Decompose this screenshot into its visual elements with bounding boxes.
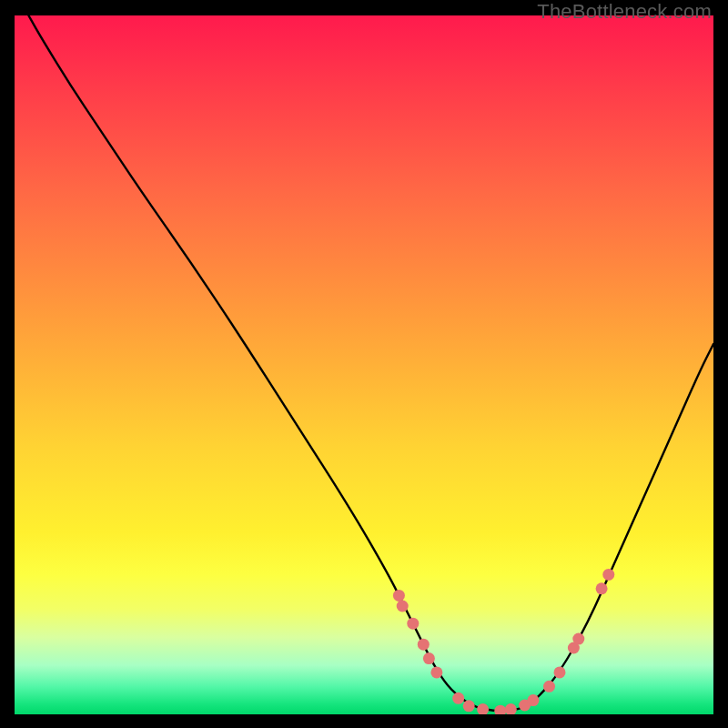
bottleneck-chart bbox=[15, 15, 713, 714]
data-point-p9 bbox=[477, 703, 489, 714]
data-point-p7 bbox=[452, 693, 464, 704]
data-point-p17 bbox=[572, 633, 584, 645]
data-point-p13 bbox=[527, 694, 539, 706]
data-point-p1 bbox=[393, 590, 405, 602]
bottleneck-curve-line bbox=[28, 15, 713, 711]
data-point-p2 bbox=[397, 601, 409, 612]
data-point-p4 bbox=[418, 639, 430, 651]
data-point-p19 bbox=[602, 569, 614, 581]
data-point-p18 bbox=[596, 582, 608, 594]
data-point-p8 bbox=[463, 700, 475, 712]
data-point-p11 bbox=[505, 703, 517, 714]
data-points-group bbox=[393, 569, 614, 714]
data-point-p6 bbox=[430, 666, 442, 678]
data-point-p5 bbox=[423, 652, 435, 664]
data-point-p10 bbox=[494, 705, 506, 714]
data-point-p3 bbox=[407, 618, 419, 630]
data-point-p15 bbox=[554, 666, 566, 678]
data-point-p14 bbox=[543, 681, 555, 693]
watermark-text: TheBottleneck.com bbox=[537, 0, 712, 24]
